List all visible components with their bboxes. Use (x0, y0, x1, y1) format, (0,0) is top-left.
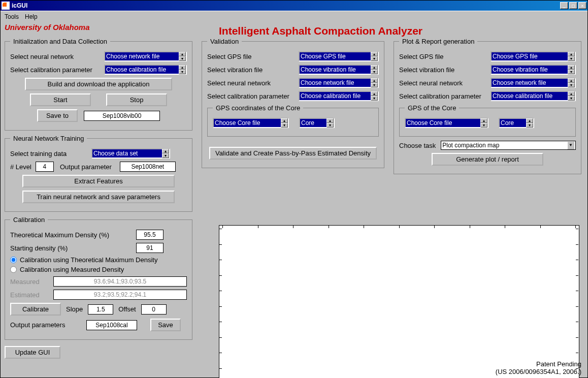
task-label: Choose task (399, 142, 436, 149)
radio-tmd-label: Calibration using Theoretical Maximum De… (20, 256, 157, 264)
pr-core-file-dropdown[interactable]: Choose Core file ▴▾ (405, 118, 488, 128)
dropdown-arrows-icon: ▴▾ (371, 78, 378, 87)
stop-button[interactable]: Stop (106, 93, 167, 106)
validate-button[interactable]: Validate and Create Pass-by-Pass Estimat… (209, 147, 377, 160)
extract-button[interactable]: Extract Features (22, 175, 175, 187)
close-button[interactable]: ✕ (578, 2, 586, 9)
calibration-legend: Calibration (10, 216, 48, 224)
slope-input[interactable] (88, 304, 113, 314)
out-params-input[interactable] (86, 320, 137, 330)
offset-input[interactable] (141, 304, 167, 314)
pr-gps-dropdown[interactable]: Choose GPS file ▴▾ (491, 51, 576, 61)
radio-measured-label: Calibration using Measured Density (20, 266, 124, 273)
build-button[interactable]: Build and download the application (25, 78, 172, 90)
start-button[interactable]: Start (30, 93, 91, 106)
level-input[interactable] (36, 162, 54, 172)
init-fieldset: Initialization and Data Collection Selec… (5, 38, 192, 131)
calibration-fieldset: Calibration Theoretical Maximum Density … (5, 216, 192, 340)
measured-input[interactable] (53, 276, 187, 287)
pr-vib-dropdown[interactable]: Choose vibration file ▴▾ (491, 65, 576, 75)
menubar: Tools Help (1, 11, 587, 22)
pr-cal-dropdown[interactable]: Choose calibration file ▴▾ (491, 91, 576, 101)
training-legend: Neural Network Training (10, 135, 87, 142)
dropdown-arrows-icon: ▴▾ (526, 118, 533, 128)
val-cal-label: Select calibration parameter (207, 92, 299, 100)
save-to-button[interactable]: Save to (37, 109, 78, 122)
val-gps-label: Select GPS file (207, 53, 299, 60)
slope-label: Slope (66, 305, 83, 313)
estimated-input[interactable] (53, 290, 187, 300)
pr-core-dropdown[interactable]: Core ▴▾ (499, 118, 534, 128)
train-button[interactable]: Train neural network and save parameters (22, 191, 175, 203)
val-nn-value: Choose network file (301, 79, 354, 86)
dropdown-arrows-icon: ▴▾ (568, 78, 575, 87)
dropdown-arrows-icon: ▴▾ (326, 118, 334, 128)
maximize-button[interactable]: □ (569, 2, 577, 9)
val-cal-value: Choose calibration file (301, 92, 361, 100)
window-title: icGUI (12, 2, 560, 9)
dropdown-arrows-icon: ▴▾ (162, 149, 169, 158)
val-gps-core-legend: GPS coordinates of the Core (213, 104, 303, 112)
select-train-dropdown[interactable]: Choose data set ▴▾ (91, 148, 170, 159)
level-label: # Level (10, 163, 31, 171)
app-title: Intelligent Asphalt Compaction Analyzer (219, 25, 422, 37)
pr-vib-value: Choose vibration file (493, 66, 548, 73)
left-column: Initialization and Data Collection Selec… (5, 38, 192, 359)
dropdown-arrows-icon: ▴▾ (371, 65, 378, 74)
start-density-label: Starting density (%) (10, 244, 132, 252)
init-legend: Initialization and Data Collection (10, 38, 110, 45)
pr-nn-dropdown[interactable]: Choose network file ▴▾ (491, 78, 576, 88)
radio-measured[interactable] (10, 266, 17, 273)
app-icon (2, 2, 10, 10)
dropdown-arrows-icon: ▴▾ (281, 118, 288, 128)
val-nn-dropdown[interactable]: Choose network file ▴▾ (299, 78, 379, 88)
pr-vib-label: Select vibration file (399, 66, 491, 74)
radio-tmd[interactable] (10, 257, 17, 263)
val-vib-value: Choose vibration file (301, 66, 356, 73)
tmd-input[interactable] (136, 230, 164, 240)
val-gps-dropdown[interactable]: Choose GPS file ▴▾ (299, 51, 379, 61)
tmd-label: Theoretical Maximum Density (%) (10, 231, 132, 239)
validation-legend: Validation (207, 38, 242, 45)
plot-area (219, 225, 579, 378)
val-core-file-dropdown[interactable]: Choose Core file ▴▾ (213, 118, 289, 128)
training-fieldset: Neural Network Training Select training … (5, 135, 192, 212)
select-cal-dropdown[interactable]: Choose calibration file ▴▾ (104, 65, 187, 75)
plotreport-fieldset: Plot & Report generation Select GPS file… (394, 38, 581, 174)
patent-line2: (US 2006/0096354A1, 2006.) (496, 368, 581, 375)
val-core-value: Core (301, 119, 314, 127)
select-nn-dropdown[interactable]: Choose network file ▴▾ (104, 51, 187, 61)
save-to-input[interactable] (84, 111, 160, 121)
menu-tools[interactable]: Tools (5, 13, 19, 20)
menu-help[interactable]: Help (25, 13, 38, 20)
pr-gps-label: Select GPS file (399, 53, 491, 60)
dropdown-arrows-icon: ▴▾ (179, 65, 186, 74)
minimize-button[interactable]: _ (560, 2, 568, 9)
select-nn-label: Select neural network (10, 53, 104, 60)
generate-button[interactable]: Generate plot / report (432, 153, 543, 166)
dropdown-arrows-icon: ▴▾ (480, 118, 487, 128)
content-area: University of Oklahoma Intelligent Aspha… (1, 22, 587, 377)
out-params-label: Output parameters (10, 321, 81, 329)
val-vib-label: Select vibration file (207, 66, 299, 74)
val-nn-label: Select neural network (207, 79, 299, 87)
cal-save-button[interactable]: Save (150, 319, 181, 331)
start-density-input[interactable] (136, 243, 164, 253)
val-core-file-value: Choose Core file (215, 119, 260, 127)
task-value: Plot compaction map (442, 142, 499, 149)
task-select[interactable]: Plot compaction map ▼ (441, 141, 576, 150)
update-gui-button[interactable]: Update GUI (5, 346, 60, 359)
val-vib-dropdown[interactable]: Choose vibration file ▴▾ (299, 65, 379, 75)
val-core-dropdown[interactable]: Core ▴▾ (299, 118, 335, 128)
app-window: icGUI _ □ ✕ Tools Help University of Okl… (0, 0, 588, 378)
select-cal-label: Select calibration parameter (10, 66, 104, 74)
pr-gps-core-fieldset: GPS of the Core Choose Core file ▴▾ Core… (399, 104, 576, 137)
dropdown-arrows-icon: ▴▾ (568, 91, 575, 101)
val-cal-dropdown[interactable]: Choose calibration file ▴▾ (299, 91, 379, 101)
patent-line1: Patent Pending (496, 360, 581, 368)
select-train-value: Choose data set (93, 150, 138, 157)
calibrate-button[interactable]: Calibrate (10, 303, 61, 316)
output-param-input[interactable] (120, 162, 176, 172)
pr-nn-value: Choose network file (493, 79, 546, 86)
pr-gps-core-legend: GPS of the Core (405, 104, 459, 112)
